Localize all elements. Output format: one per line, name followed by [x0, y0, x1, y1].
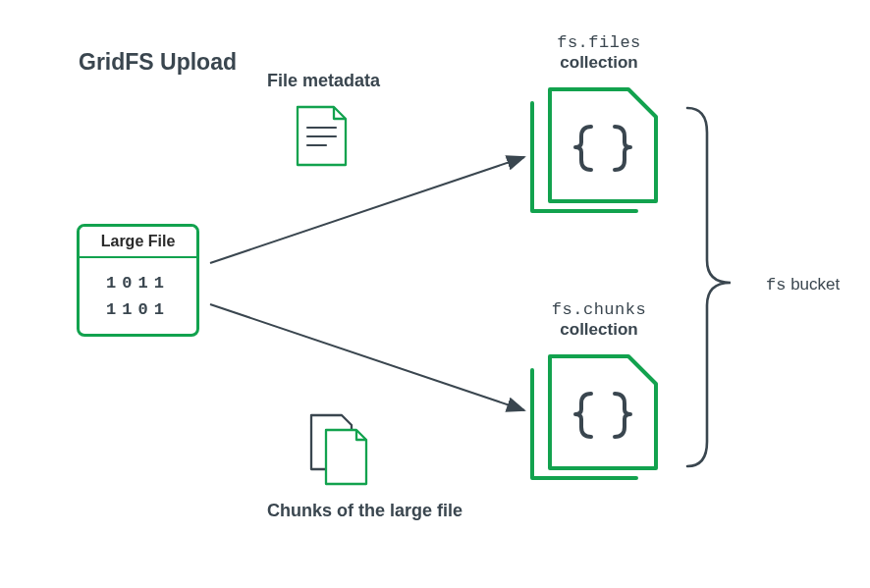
diagram-graphics [0, 0, 870, 588]
chunks-icon [311, 415, 366, 484]
chunks-collection-icon [532, 356, 656, 478]
document-icon [298, 107, 346, 165]
files-collection-icon [532, 89, 656, 211]
brace-icon [687, 108, 731, 466]
arrow-to-files [210, 157, 524, 263]
arrow-to-chunks [210, 304, 524, 410]
